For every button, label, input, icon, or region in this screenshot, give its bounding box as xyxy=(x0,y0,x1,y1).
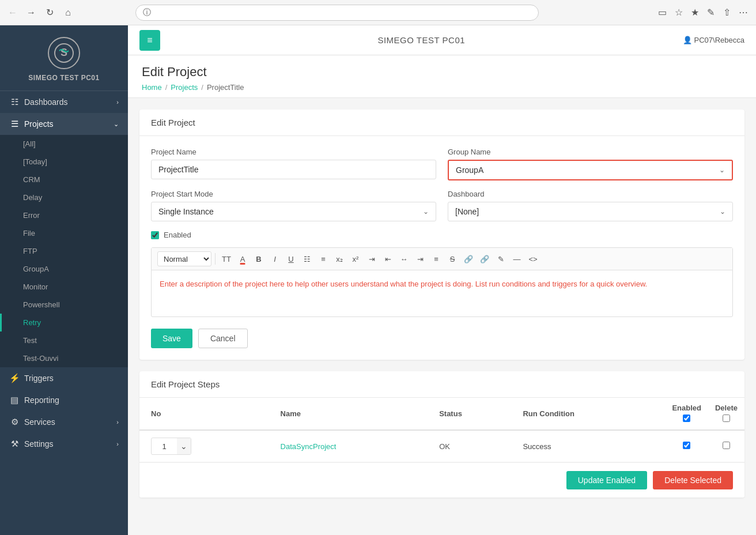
col-run-condition: Run Condition xyxy=(516,398,665,430)
rte-align-center-button[interactable]: ↔ xyxy=(396,251,411,266)
share-button[interactable]: ⇧ xyxy=(720,6,734,20)
rte-highlight-button[interactable]: ✎ xyxy=(493,251,508,266)
rte-link-button[interactable]: 🔗 xyxy=(461,251,476,266)
sidebar-item-delay[interactable]: Delay xyxy=(0,189,128,206)
topbar-user: 👤 PC07\Rebecca xyxy=(683,36,744,44)
row-enabled-checkbox[interactable] xyxy=(683,442,690,449)
topbar-menu-button[interactable]: ≡ xyxy=(139,30,160,51)
breadcrumb-projects[interactable]: Projects xyxy=(171,83,198,92)
sidebar-item-ftp[interactable]: FTP xyxy=(0,242,128,260)
rte-code-button[interactable]: <> xyxy=(526,251,540,266)
sidebar-item-triggers[interactable]: ⚡ Triggers xyxy=(0,367,128,389)
bookmark-button[interactable]: ☆ xyxy=(672,6,686,20)
rte-ordered-list-button[interactable]: ☷ xyxy=(300,251,315,266)
row-delete-checkbox[interactable] xyxy=(723,442,730,449)
browser-actions: ▭ ☆ ★ ✎ ⇧ ⋯ xyxy=(656,6,750,20)
edit-project-card-body: Project Name Group Name GroupA GroupB xyxy=(139,136,744,360)
rte-italic-button[interactable]: I xyxy=(267,251,282,266)
sidebar-item-retry[interactable]: Retry xyxy=(0,314,128,331)
steps-table-header-row: No Name Status Run Condition Enabled xyxy=(139,398,744,430)
rte-underline-button[interactable]: U xyxy=(284,251,298,266)
project-name-label: Project Name xyxy=(151,148,436,156)
rte-subscript-button[interactable]: x₂ xyxy=(332,251,347,266)
sidebar-item-groupa[interactable]: GroupA xyxy=(0,260,128,278)
settings-icon: ⚒ xyxy=(9,439,20,449)
rte-hr-button[interactable]: — xyxy=(509,251,524,266)
enabled-checkbox[interactable] xyxy=(151,231,159,239)
row-name-link[interactable]: DataSyncProject xyxy=(281,442,337,451)
sidebar-item-test-ouvvi[interactable]: Test-Ouvvi xyxy=(0,349,128,367)
reading-list-button[interactable]: ★ xyxy=(688,6,702,20)
start-mode-dashboard-row: Project Start Mode Single Instance Multi… xyxy=(151,190,733,221)
rte-superscript-button[interactable]: x² xyxy=(348,251,363,266)
start-mode-select[interactable]: Single Instance Multiple Instance xyxy=(152,202,436,221)
rte-unordered-list-button[interactable]: ≡ xyxy=(316,251,331,266)
rte-align-justify-button[interactable]: ≡ xyxy=(429,251,444,266)
group-name-group: Group Name GroupA GroupB None ⌄ xyxy=(448,148,733,180)
update-enabled-button[interactable]: Update Enabled xyxy=(566,471,647,489)
more-button[interactable]: ⋯ xyxy=(736,6,750,20)
forward-button[interactable]: → xyxy=(24,6,38,20)
sidebar-item-file[interactable]: File xyxy=(0,224,128,242)
status-badge: OK xyxy=(439,442,450,451)
breadcrumb-home[interactable]: Home xyxy=(142,83,162,92)
user-icon: 👤 xyxy=(683,36,692,44)
sidebar-item-monitor[interactable]: Monitor xyxy=(0,278,128,296)
main-content: Edit Project Home / Projects / ProjectTi… xyxy=(128,55,756,535)
row-enabled-cell xyxy=(665,430,708,462)
table-footer: Update Enabled Delete Selected xyxy=(139,462,744,498)
address-input[interactable] xyxy=(154,8,531,17)
group-name-select[interactable]: GroupA GroupB None xyxy=(449,161,732,179)
col-name: Name xyxy=(274,398,433,430)
save-button[interactable]: Save xyxy=(151,329,192,348)
sidebar-logo-text: SIMEGO TEST PC01 xyxy=(28,74,99,82)
project-name-input[interactable] xyxy=(151,160,436,179)
row-status-cell: OK xyxy=(432,430,516,462)
sidebar-item-error[interactable]: Error xyxy=(0,206,128,224)
refresh-button[interactable]: ↻ xyxy=(43,6,56,20)
rte-format-select[interactable]: Normal Heading 1 Heading 2 Heading 3 xyxy=(157,251,211,266)
home-button[interactable]: ⌂ xyxy=(61,6,75,20)
row-no-stepper: 1 ⌄ xyxy=(151,438,191,455)
row-run-condition-cell: Success xyxy=(516,430,665,462)
rte-align-left-button[interactable]: ⇤ xyxy=(380,251,395,266)
rte-strikethrough-button[interactable]: S xyxy=(445,251,460,266)
enabled-label: Enabled xyxy=(164,231,191,239)
dashboard-select[interactable]: [None] Dashboard1 xyxy=(448,202,732,221)
reporting-icon: ▤ xyxy=(9,395,20,405)
sidebar-item-test[interactable]: Test xyxy=(0,331,128,349)
cancel-button[interactable]: Cancel xyxy=(198,329,248,348)
back-button[interactable]: ← xyxy=(6,6,20,20)
sidebar-item-projects[interactable]: ☰ Projects ⌄ xyxy=(0,113,128,135)
rte-bold-button[interactable]: B xyxy=(251,251,266,266)
sidebar-item-today[interactable]: [Today] xyxy=(0,153,128,171)
page-title: Edit Project xyxy=(142,65,742,80)
stepper-down-button[interactable]: ⌄ xyxy=(177,438,191,454)
breadcrumb-sep-2: / xyxy=(201,83,203,92)
rte-indent-button[interactable]: ⇥ xyxy=(364,251,379,266)
project-name-group: Project Name xyxy=(151,148,436,180)
annotate-button[interactable]: ✎ xyxy=(704,6,718,20)
rte-align-right-button[interactable]: ⇥ xyxy=(413,251,428,266)
rte-container: Normal Heading 1 Heading 2 Heading 3 TT … xyxy=(151,247,733,317)
delete-header-checkbox[interactable] xyxy=(723,415,730,422)
rte-tt-button[interactable]: TT xyxy=(219,251,234,266)
sidebar-item-powershell[interactable]: Powershell xyxy=(0,296,128,314)
sidebar-item-reporting[interactable]: ▤ Reporting xyxy=(0,389,128,411)
rte-unlink-button[interactable]: 🔗 xyxy=(477,251,492,266)
browser-chrome: ← → ↻ ⌂ ⓘ ▭ ☆ ★ ✎ ⇧ ⋯ xyxy=(0,0,756,25)
delete-selected-button[interactable]: Delete Selected xyxy=(653,471,733,489)
sidebar-item-dashboards[interactable]: ☷ Dashboards › xyxy=(0,91,128,113)
sidebar-item-settings[interactable]: ⚒ Settings › xyxy=(0,433,128,455)
enabled-header-checkbox[interactable] xyxy=(683,415,690,422)
rte-sep-1 xyxy=(215,253,216,265)
action-row: Save Cancel xyxy=(151,329,733,348)
rte-font-color-button[interactable]: A xyxy=(235,251,250,266)
rte-body[interactable]: Enter a description of the project here … xyxy=(152,270,732,317)
triggers-icon: ⚡ xyxy=(9,373,20,383)
sidebar-item-all[interactable]: [All] xyxy=(0,135,128,153)
sidebar-item-crm[interactable]: CRM xyxy=(0,171,128,189)
sidebar-item-services[interactable]: ⚙ Services › xyxy=(0,411,128,433)
tab-view-button[interactable]: ▭ xyxy=(656,6,670,20)
table-row: 1 ⌄ DataSyncProject OK xyxy=(139,430,744,462)
